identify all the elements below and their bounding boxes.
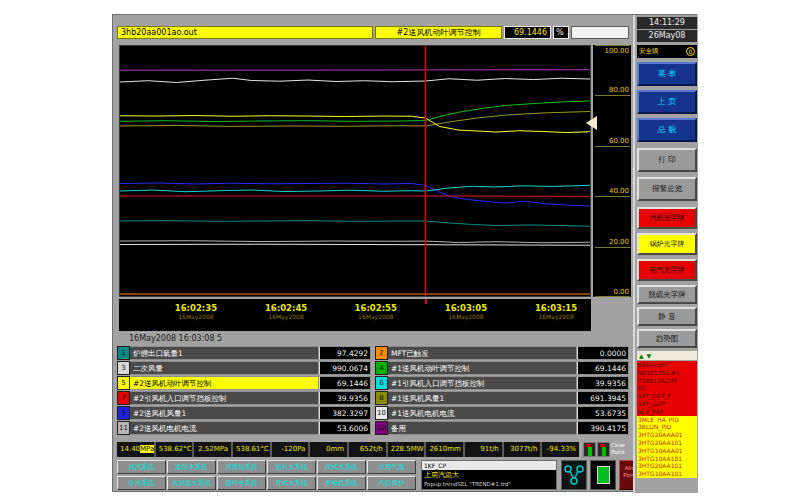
trend-window-icon[interactable] (590, 460, 616, 490)
alarm-tag[interactable]: 3HTG20AA101 (637, 462, 697, 470)
alarm-sort-icons[interactable]: ▲▼ (637, 351, 697, 360)
topology-icon[interactable] (561, 460, 587, 490)
alarm-tag[interactable]: T18E12ACHT (637, 377, 697, 385)
sidebar-action-button[interactable]: 报警总览 (637, 177, 697, 201)
sidebar-nav-button[interactable]: 上 页 (637, 90, 697, 114)
series-color-swatch: 3 (117, 361, 130, 375)
system-nav-button[interactable]: 循环水系统 (217, 476, 266, 490)
y-axis-scale: 100.0080.0060.0040.0020.000.00 (593, 45, 631, 297)
system-nav-button[interactable]: 发电机系统 (317, 476, 366, 490)
trend-file-field[interactable]: 3hb20aa001ao.out (117, 26, 373, 39)
system-nav-button[interactable]: 密封水系统 (267, 460, 316, 474)
legend-column-left: 1炉膛出口氧量197.42923二次风量990.06745#2送风机动叶调节控制… (117, 346, 371, 436)
system-nav-button[interactable]: 给水系统 (117, 476, 166, 490)
legend-row[interactable]: 2MFT已触发0.0000 (375, 346, 629, 360)
status-value: -120Pa (272, 442, 309, 457)
series-color-swatch: 8 (375, 391, 388, 405)
security-value-icon: 0 (686, 47, 695, 56)
legend-row[interactable]: 9#2送风机风量1382.3297 (117, 406, 371, 420)
legend-row[interactable]: 12备用390.4175 (375, 421, 629, 435)
series-color-swatch: 10 (375, 406, 388, 420)
clear-point-button[interactable]: Clear Point (611, 442, 631, 455)
series-label: #1送风机风量1 (388, 391, 577, 405)
sidebar: 14:11:29 26May08 安全级 0 菜 单上 页总 貌打 印报警总览汽… (633, 15, 698, 493)
alarm-tag[interactable]: 3HTG20AA101 (637, 439, 697, 447)
value-pointer-icon[interactable] (586, 116, 597, 130)
legend-row[interactable]: 10#1送风机电机电流53.6735 (375, 406, 629, 420)
alarm-tag[interactable]: 02 (637, 384, 697, 392)
series-value: 97.4292 (319, 346, 371, 360)
alarm-tag[interactable]: 3HTG10AA101 (637, 470, 697, 478)
dcs-trend-window: 3hb20aa001ao.out #2送风机动叶调节控制 69.1446 % 1… (112, 14, 697, 492)
series-label: #2送风机电机电流 (130, 421, 319, 435)
sidebar-nav-button[interactable]: 菜 单 (637, 62, 697, 86)
system-nav-button[interactable]: 闭式水系统 (317, 460, 366, 474)
series-label: #1送风机电机电流 (388, 406, 577, 420)
alarm-tag[interactable]: 3HTG10AAA01 (637, 447, 697, 455)
alarm-tag[interactable]: 3MLE_HA_PID (637, 416, 697, 424)
trend-chart[interactable] (119, 45, 591, 297)
x-tick: 16:02:3516May2008 (175, 303, 217, 320)
status-bar: 14.40MPa538.62°C2.52MPa538.61°C-120Pa0mm… (117, 442, 579, 457)
y-tick-line (595, 296, 630, 297)
legend-row[interactable]: 11#2送风机电机电流53.6006 (117, 421, 371, 435)
selected-point-field[interactable]: #2送风机动叶调节控制 (375, 26, 502, 39)
system-nav-button[interactable]: 汽机保护 (367, 476, 416, 490)
system-nav-button[interactable]: 凝结水系统 (167, 460, 216, 474)
sidebar-nav-button[interactable]: 总 貌 (637, 118, 697, 142)
series-value: 691.3945 (577, 391, 629, 405)
alarm-tag[interactable]: B9901BHT (637, 361, 697, 369)
series-color-swatch: 2 (375, 346, 388, 360)
status-value: 3077t/h (504, 442, 541, 457)
sidebar-action-button[interactable]: 脱硫光字牌 (637, 285, 697, 304)
status-value: 538.61°C (233, 442, 270, 457)
system-nav-button[interactable]: 高加疏水系统 (167, 476, 216, 490)
y-tick-line (595, 45, 630, 46)
legend-row[interactable]: 1炉膛出口氧量197.4292 (117, 346, 371, 360)
system-nav-button[interactable]: 仪用气源 (367, 460, 416, 474)
valve-indicator-icon (597, 442, 610, 457)
system-nav-row-1: 抽汽系统凝结水系统润滑油系统密封水系统闭式水系统仪用气源 (117, 460, 419, 474)
series-value: 0.0000 (577, 346, 629, 360)
alarm-tag[interactable]: NLE_PAF (637, 408, 697, 416)
series-color-swatch: 12 (375, 421, 388, 435)
top-blank-field[interactable] (571, 26, 629, 39)
system-nav-button[interactable]: 抽汽系统 (117, 460, 166, 474)
trend-series-#1送风机动叶调节控制 (120, 101, 590, 122)
light-panel-button[interactable]: 锅炉光字牌 (637, 233, 697, 255)
legend-row[interactable]: 8#1送风机风量1691.3945 (375, 391, 629, 405)
series-label: #2送风机动叶调节控制 (130, 376, 319, 390)
legend-row[interactable]: 7#2引风机入口调节挡板控制39.9356 (117, 391, 371, 405)
clock-time: 14:11:29 (637, 17, 697, 29)
legend-row[interactable]: 6#1引风机入口调节挡板控制39.9356 (375, 376, 629, 390)
sidebar-action-button[interactable]: 静 音 (637, 307, 697, 326)
legend-row[interactable]: 3二次风量990.0674 (117, 361, 371, 375)
valve-indicator-icon (583, 442, 596, 457)
selected-alarm-tag[interactable]: 1KF_CP (422, 461, 556, 470)
alarm-tag[interactable]: 1KF_GZP (637, 400, 697, 408)
status-value: 2.52MPa (194, 442, 231, 457)
alarm-tag[interactable]: 1KF_GZP_F (637, 392, 697, 400)
trend-series-#1引风机入口调节挡板控制 (120, 185, 590, 191)
alarm-tag[interactable]: 3BLDN_PID (637, 423, 697, 431)
series-value: 382.3297 (319, 406, 371, 420)
x-tick: 16:03:0516May2008 (445, 303, 487, 320)
series-color-swatch: 4 (375, 361, 388, 375)
y-tick-label: 80.00 (609, 86, 629, 94)
series-label: #1引风机入口调节挡板控制 (388, 376, 577, 390)
system-nav-button[interactable]: 开式水系统 (267, 476, 316, 490)
series-value: 69.1446 (319, 376, 371, 390)
legend-row[interactable]: 4#1送风机动叶调节控制69.1446 (375, 361, 629, 375)
alarm-tag[interactable]: 3HTG10AA101 (637, 455, 697, 463)
alarm-tag[interactable]: N01E175S.#1 (637, 369, 697, 377)
legend-row[interactable]: 5#2送风机动叶调节控制69.1446 (117, 376, 371, 390)
status-value: 228.5MW (388, 442, 425, 457)
system-nav-button[interactable]: 润滑油系统 (217, 460, 266, 474)
alarm-tag[interactable]: 3HTG20AAA01 (637, 431, 697, 439)
light-panel-button[interactable]: 电气光字牌 (637, 259, 697, 281)
light-panel-button[interactable]: 汽机光字牌 (637, 207, 697, 229)
sidebar-action-button[interactable]: 趋势图 (637, 329, 697, 348)
sidebar-action-button[interactable]: 打 印 (637, 148, 697, 172)
alarm-detail-command: Popup:trendSEL "TREND#1.trd" (422, 480, 556, 488)
clock-date: 26May08 (637, 30, 697, 42)
